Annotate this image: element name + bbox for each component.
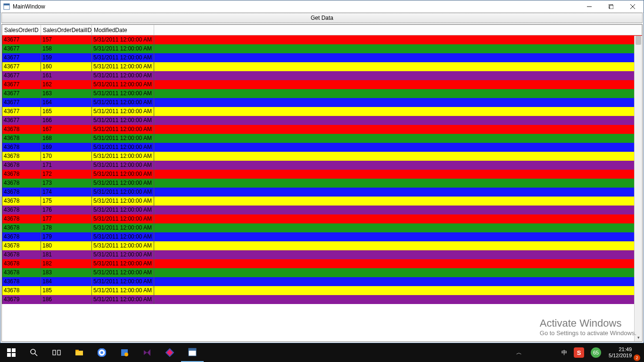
cell-filler[interactable] <box>154 125 642 134</box>
table-row[interactable]: 436781835/31/2011 12:00:00 AM <box>2 268 642 277</box>
cell-modifieddate[interactable]: 5/31/2011 12:00:00 AM <box>92 250 154 259</box>
table-row[interactable]: 436781855/31/2011 12:00:00 AM <box>2 286 642 295</box>
cell-salesorderid[interactable]: 43677 <box>2 71 41 80</box>
cell-modifieddate[interactable]: 5/31/2011 12:00:00 AM <box>92 80 154 89</box>
cell-salesorderdetailid[interactable]: 166 <box>41 116 92 125</box>
cell-filler[interactable] <box>154 53 642 62</box>
cell-salesorderid[interactable]: 43678 <box>2 161 41 170</box>
cell-salesorderid[interactable]: 43677 <box>2 98 41 107</box>
cell-salesorderid[interactable]: 43678 <box>2 241 41 250</box>
table-row[interactable]: 436781745/31/2011 12:00:00 AM <box>2 188 642 197</box>
cell-salesorderid[interactable]: 43678 <box>2 214 41 223</box>
cell-salesorderid[interactable]: 43678 <box>2 259 41 268</box>
action-center-icon[interactable]: 2 <box>637 343 641 362</box>
col-salesorderdetailid[interactable]: SalesOrderDetailID <box>41 25 92 35</box>
people-icon[interactable] <box>508 343 512 362</box>
cell-modifieddate[interactable]: 5/31/2011 12:00:00 AM <box>92 223 154 232</box>
cell-modifieddate[interactable]: 5/31/2011 12:00:00 AM <box>92 152 154 161</box>
cell-salesorderdetailid[interactable]: 157 <box>41 35 92 44</box>
cell-filler[interactable] <box>154 295 642 304</box>
tray-chevron-icon[interactable]: ︿ <box>514 343 524 362</box>
cell-modifieddate[interactable]: 5/31/2011 12:00:00 AM <box>92 170 154 179</box>
cell-filler[interactable] <box>154 80 642 89</box>
cell-filler[interactable] <box>154 134 642 143</box>
table-row[interactable]: 436781755/31/2011 12:00:00 AM <box>2 197 642 206</box>
cell-modifieddate[interactable]: 5/31/2011 12:00:00 AM <box>92 286 154 295</box>
cell-modifieddate[interactable]: 5/31/2011 12:00:00 AM <box>92 107 154 116</box>
cell-filler[interactable] <box>154 232 642 241</box>
battery-icon[interactable] <box>540 343 544 362</box>
wifi-icon[interactable] <box>553 343 557 362</box>
cell-salesorderid[interactable]: 43678 <box>2 152 41 161</box>
cell-filler[interactable] <box>154 250 642 259</box>
cell-filler[interactable] <box>154 259 642 268</box>
cell-salesorderdetailid[interactable]: 178 <box>41 223 92 232</box>
cell-salesorderid[interactable]: 43677 <box>2 35 41 44</box>
tray-badge[interactable]: 65 <box>589 343 603 362</box>
table-row[interactable]: 436781695/31/2011 12:00:00 AM <box>2 143 642 152</box>
sogou-ime-icon[interactable]: S <box>572 343 586 362</box>
cell-salesorderdetailid[interactable]: 160 <box>41 62 92 71</box>
cell-filler[interactable] <box>154 268 642 277</box>
cell-salesorderdetailid[interactable]: 167 <box>41 125 92 134</box>
cell-salesorderid[interactable]: 43678 <box>2 179 41 188</box>
cell-modifieddate[interactable]: 5/31/2011 12:00:00 AM <box>92 179 154 188</box>
cell-salesorderid[interactable]: 43679 <box>2 295 41 304</box>
table-row[interactable]: 436781765/31/2011 12:00:00 AM <box>2 206 642 214</box>
table-row[interactable]: 436781775/31/2011 12:00:00 AM <box>2 214 642 223</box>
table-row[interactable]: 436781785/31/2011 12:00:00 AM <box>2 223 642 232</box>
cell-filler[interactable] <box>154 62 642 71</box>
table-row[interactable]: 436781805/31/2011 12:00:00 AM <box>2 241 642 250</box>
chrome-icon[interactable] <box>91 343 113 362</box>
table-row[interactable]: 436781715/31/2011 12:00:00 AM <box>2 161 642 170</box>
cell-salesorderid[interactable]: 43677 <box>2 89 41 98</box>
cell-salesorderdetailid[interactable]: 181 <box>41 250 92 259</box>
cell-salesorderdetailid[interactable]: 171 <box>41 161 92 170</box>
cell-modifieddate[interactable]: 5/31/2011 12:00:00 AM <box>92 89 154 98</box>
data-grid[interactable]: SalesOrderID SalesOrderDetailID Modified… <box>1 24 643 342</box>
cell-salesorderid[interactable]: 43677 <box>2 62 41 71</box>
table-row[interactable]: 436781735/31/2011 12:00:00 AM <box>2 179 642 188</box>
cell-modifieddate[interactable]: 5/31/2011 12:00:00 AM <box>92 35 154 44</box>
table-row[interactable]: 436771635/31/2011 12:00:00 AM <box>2 89 642 98</box>
current-app-icon[interactable] <box>181 343 204 362</box>
visual-studio-icon[interactable] <box>136 343 158 362</box>
cell-filler[interactable] <box>154 98 642 107</box>
cell-modifieddate[interactable]: 5/31/2011 12:00:00 AM <box>92 53 154 62</box>
scrollbar-thumb[interactable] <box>636 36 641 45</box>
table-row[interactable]: 436781725/31/2011 12:00:00 AM <box>2 170 642 179</box>
cell-modifieddate[interactable]: 5/31/2011 12:00:00 AM <box>92 71 154 80</box>
cell-filler[interactable] <box>154 214 642 223</box>
task-view-button[interactable] <box>45 343 68 362</box>
table-row[interactable]: 436771665/31/2011 12:00:00 AM <box>2 116 642 125</box>
onedrive-icon[interactable] <box>533 343 537 362</box>
col-modifieddate[interactable]: ModifiedDate <box>92 25 154 35</box>
close-button[interactable] <box>622 0 644 13</box>
table-row[interactable]: 436771575/31/2011 12:00:00 AM <box>2 35 642 44</box>
scroll-down-arrow[interactable]: ▾ <box>635 333 642 341</box>
table-row[interactable]: 436791865/31/2011 12:00:00 AM <box>2 295 642 304</box>
table-row[interactable]: 436781685/31/2011 12:00:00 AM <box>2 134 642 143</box>
cell-filler[interactable] <box>154 143 642 152</box>
cell-salesorderid[interactable]: 43678 <box>2 188 41 197</box>
cell-filler[interactable] <box>154 89 642 98</box>
cell-salesorderdetailid[interactable]: 177 <box>41 214 92 223</box>
cell-filler[interactable] <box>154 188 642 197</box>
app-icon-2[interactable] <box>158 343 181 362</box>
cell-filler[interactable] <box>154 286 642 295</box>
cell-filler[interactable] <box>154 116 642 125</box>
cell-modifieddate[interactable]: 5/31/2011 12:00:00 AM <box>92 143 154 152</box>
cell-modifieddate[interactable]: 5/31/2011 12:00:00 AM <box>92 232 154 241</box>
table-row[interactable]: 436781845/31/2011 12:00:00 AM <box>2 277 642 286</box>
cell-filler[interactable] <box>154 197 642 206</box>
cell-salesorderdetailid[interactable]: 185 <box>41 286 92 295</box>
cell-salesorderdetailid[interactable]: 182 <box>41 259 92 268</box>
cell-modifieddate[interactable]: 5/31/2011 12:00:00 AM <box>92 62 154 71</box>
cell-filler[interactable] <box>154 223 642 232</box>
cell-salesorderdetailid[interactable]: 162 <box>41 80 92 89</box>
cell-salesorderdetailid[interactable]: 165 <box>41 107 92 116</box>
cell-filler[interactable] <box>154 206 642 214</box>
start-button[interactable] <box>0 343 23 362</box>
cell-salesorderdetailid[interactable]: 183 <box>41 268 92 277</box>
cell-salesorderdetailid[interactable]: 179 <box>41 232 92 241</box>
